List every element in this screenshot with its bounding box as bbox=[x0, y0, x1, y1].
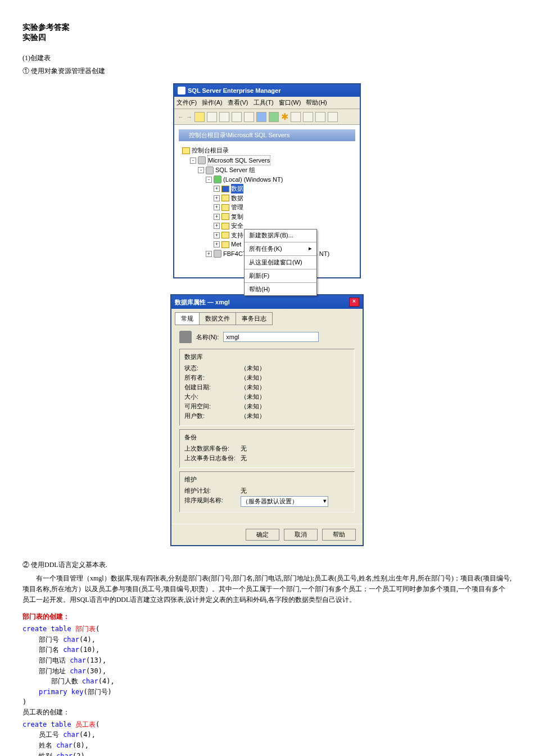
enterprise-manager-window: SQL Server Enterprise Manager 文件(F) 操作(A… bbox=[173, 83, 361, 278]
menu-help[interactable]: 帮助(H) bbox=[245, 284, 316, 295]
app-icon bbox=[178, 87, 185, 94]
name-input[interactable]: xmgl bbox=[223, 332, 319, 342]
app-icon bbox=[182, 132, 189, 139]
expand-icon[interactable]: + bbox=[206, 251, 212, 257]
collapse-icon[interactable]: - bbox=[206, 177, 212, 183]
step-1: (1)创建表 bbox=[22, 53, 512, 64]
folder-icon bbox=[221, 213, 229, 220]
toolbar-icon[interactable] bbox=[207, 112, 217, 122]
instance-icon bbox=[214, 176, 221, 183]
description: 有一个项目管理（xmgl）数据库,现有四张表,分别是部门表(部门号,部门名,部门… bbox=[22, 573, 512, 606]
subwindow-title: 控制台根目录\Microsoft SQL Servers bbox=[179, 129, 355, 141]
expand-icon[interactable]: + bbox=[214, 204, 220, 210]
tab-translog[interactable]: 事务日志 bbox=[236, 312, 273, 325]
tab-general[interactable]: 常规 bbox=[175, 312, 200, 325]
collapse-icon[interactable]: - bbox=[190, 158, 196, 164]
tab-bar: 常规数据文件事务日志 bbox=[171, 309, 363, 325]
tree-view[interactable]: 控制台根目录 -Microsoft SQL Servers -SQL Serve… bbox=[177, 143, 357, 275]
code-block-1: create table 部门表( 部门号 char(4), 部门名 char(… bbox=[22, 624, 512, 708]
name-label: 名称(N): bbox=[196, 333, 219, 341]
toolbar-icon[interactable] bbox=[269, 112, 279, 122]
group-icon bbox=[206, 166, 214, 174]
folder-icon bbox=[182, 147, 190, 154]
menu-view[interactable]: 查看(V) bbox=[228, 99, 248, 106]
main-heading-2: 实验四 bbox=[22, 33, 512, 43]
expand-icon[interactable]: + bbox=[214, 214, 220, 220]
toolbar-icon[interactable] bbox=[256, 112, 266, 122]
expand-icon[interactable]: + bbox=[214, 195, 220, 201]
step-1a: ① 使用对象资源管理器创建 bbox=[22, 66, 512, 76]
close-icon[interactable]: × bbox=[349, 298, 359, 307]
menu-refresh[interactable]: 刷新(F) bbox=[245, 270, 316, 282]
collation-select[interactable]: （服务器默认设置）▾ bbox=[241, 496, 328, 507]
toolbar-icon[interactable] bbox=[291, 112, 301, 122]
expand-icon[interactable]: + bbox=[214, 241, 220, 248]
menu-action[interactable]: 操作(A) bbox=[202, 99, 223, 106]
folder-icon bbox=[221, 241, 229, 248]
database-icon bbox=[179, 331, 192, 343]
toolbar-icon[interactable] bbox=[244, 112, 254, 122]
window-title: SQL Server Enterprise Manager bbox=[188, 87, 280, 94]
toolbar: ← → ✱ bbox=[174, 109, 360, 125]
dropdown-icon: ▾ bbox=[323, 497, 327, 506]
submenu-arrow-icon: ▸ bbox=[309, 245, 312, 252]
menu-new-database[interactable]: 新建数据库(B)... bbox=[245, 230, 316, 241]
menu-window[interactable]: 窗口(W) bbox=[279, 99, 301, 106]
instance-icon bbox=[214, 250, 221, 258]
toolbar-icon[interactable] bbox=[194, 112, 205, 122]
toolbar-icon[interactable] bbox=[232, 112, 242, 122]
menu-all-tasks[interactable]: 所有任务(K)▸ bbox=[245, 243, 316, 255]
context-menu: 新建数据库(B)... 所有任务(K)▸ 从这里创建窗口(W) 刷新(F) 帮助… bbox=[244, 229, 317, 296]
folder-icon bbox=[221, 232, 229, 238]
menu-help[interactable]: 帮助(H) bbox=[306, 99, 327, 106]
menu-bar[interactable]: 文件(F) 操作(A) 查看(V) 工具(T) 窗口(W) 帮助(H) bbox=[174, 97, 360, 109]
cancel-button[interactable]: 取消 bbox=[284, 529, 318, 541]
section-dept-table: 部门表的创建： bbox=[22, 612, 512, 622]
toolbar-icon[interactable] bbox=[328, 112, 338, 122]
expand-icon[interactable]: + bbox=[214, 232, 220, 238]
menu-new-window[interactable]: 从这里创建窗口(W) bbox=[245, 256, 316, 268]
help-button[interactable]: 帮助 bbox=[322, 529, 356, 541]
toolbar-icon[interactable] bbox=[219, 112, 229, 122]
tab-datafiles[interactable]: 数据文件 bbox=[199, 312, 236, 325]
section-emp-table: 员工表的创建： bbox=[22, 708, 512, 717]
nav-back-icon[interactable]: ← bbox=[178, 114, 184, 120]
window-title-bar: SQL Server Enterprise Manager bbox=[174, 84, 360, 97]
menu-tools[interactable]: 工具(T) bbox=[254, 99, 274, 106]
folder-icon bbox=[221, 186, 229, 192]
folder-icon bbox=[221, 204, 229, 211]
fieldset-database: 数据库 bbox=[184, 353, 350, 361]
nav-fwd-icon[interactable]: → bbox=[186, 114, 192, 120]
toolbar-icon[interactable] bbox=[315, 112, 325, 122]
toolbar-icon[interactable] bbox=[303, 112, 313, 122]
dialog-title-bar: 数据库属性 — xmgl × bbox=[171, 295, 363, 309]
folder-icon bbox=[221, 223, 229, 230]
fieldset-maintenance: 维护 bbox=[184, 475, 350, 484]
fieldset-backup: 备份 bbox=[184, 433, 350, 442]
server-icon bbox=[198, 156, 206, 164]
ok-button[interactable]: 确定 bbox=[246, 529, 279, 541]
menu-file[interactable]: 文件(F) bbox=[177, 99, 197, 106]
code-block-2: create table 员工表( 员工号 char(4), 姓名 char(8… bbox=[22, 719, 512, 756]
main-heading-1: 实验参考答案 bbox=[22, 22, 512, 33]
step-2: ② 使用DDL语言定义基本表. bbox=[22, 560, 512, 570]
folder-icon bbox=[221, 195, 229, 201]
expand-icon[interactable]: + bbox=[214, 186, 220, 192]
collapse-icon[interactable]: - bbox=[198, 167, 204, 173]
expand-icon[interactable]: + bbox=[214, 223, 220, 229]
star-icon[interactable]: ✱ bbox=[281, 111, 288, 122]
database-properties-dialog: 数据库属性 — xmgl × 常规数据文件事务日志 名称(N): xmgl 数据… bbox=[170, 294, 364, 546]
